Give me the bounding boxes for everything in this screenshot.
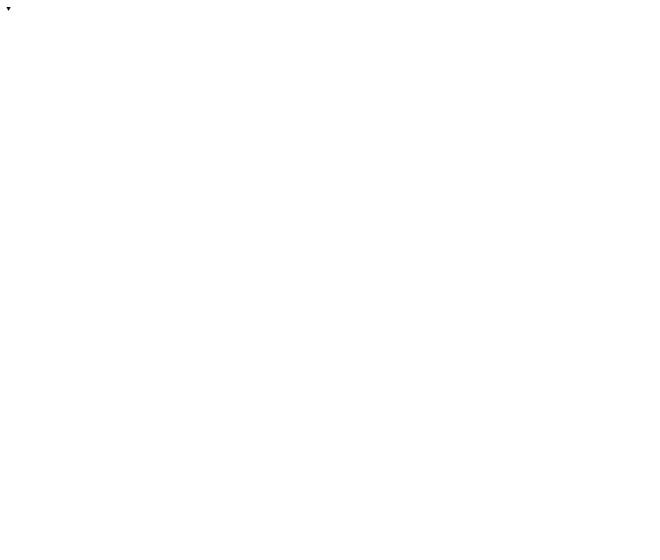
- chart-canvas[interactable]: [0, 0, 660, 560]
- dropdown-triangle-icon[interactable]: ▼: [5, 4, 12, 13]
- mt4-chart-window: ▼: [0, 0, 660, 560]
